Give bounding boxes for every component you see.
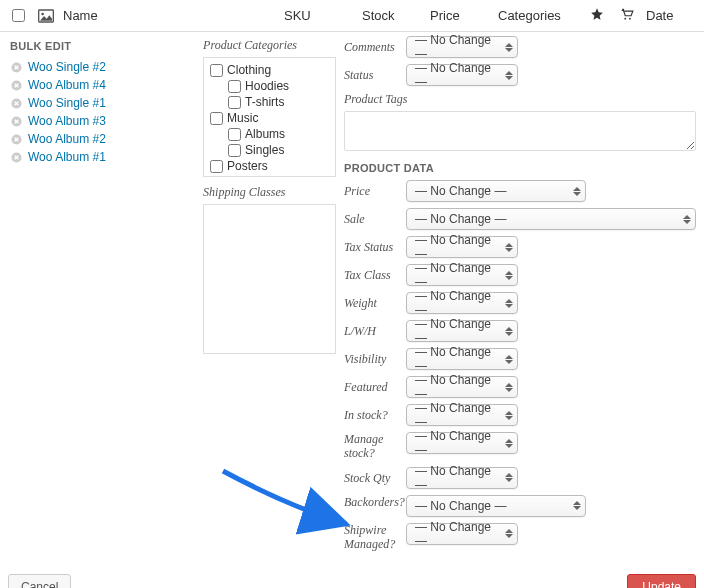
- field-label: In stock?: [344, 408, 398, 422]
- category-label: Posters: [227, 159, 268, 173]
- remove-icon[interactable]: [10, 133, 22, 145]
- field-select[interactable]: — No Change —: [406, 320, 518, 342]
- cancel-button[interactable]: Cancel: [8, 574, 71, 588]
- spinner-icon: [573, 187, 581, 196]
- field-select[interactable]: — No Change —: [406, 180, 586, 202]
- bulk-edit-list: Woo Single #2Woo Album #4Woo Single #1Wo…: [8, 58, 195, 166]
- product-categories-title: Product Categories: [203, 38, 336, 53]
- field-label: Sale: [344, 212, 398, 226]
- bulk-edit-title: BULK EDIT: [10, 40, 195, 52]
- category-checkbox[interactable]: [228, 144, 241, 157]
- col-categories[interactable]: Categories: [498, 8, 578, 23]
- shipping-classes-box[interactable]: [203, 204, 336, 354]
- category-checkbox[interactable]: [228, 128, 241, 141]
- category-item[interactable]: Albums: [210, 126, 329, 142]
- shipping-classes-title: Shipping Classes: [203, 185, 336, 200]
- field-label: Visibility: [344, 352, 398, 366]
- remove-icon[interactable]: [10, 97, 22, 109]
- category-checkbox[interactable]: [228, 96, 241, 109]
- field-label: Tax Status: [344, 240, 398, 254]
- svg-point-1: [41, 12, 44, 15]
- field-select[interactable]: — No Change —: [406, 376, 518, 398]
- category-checkbox[interactable]: [210, 112, 223, 125]
- category-item[interactable]: Music: [210, 110, 329, 126]
- field-select[interactable]: — No Change —: [406, 236, 518, 258]
- bulk-item-label[interactable]: Woo Single #2: [28, 60, 106, 74]
- category-item[interactable]: Clothing: [210, 62, 329, 78]
- category-label: Singles: [245, 143, 284, 157]
- product-tags-label: Product Tags: [344, 92, 696, 107]
- bulk-item-label[interactable]: Woo Album #1: [28, 150, 106, 164]
- bulk-item-label[interactable]: Woo Album #3: [28, 114, 106, 128]
- category-label: Albums: [245, 127, 285, 141]
- field-label: Weight: [344, 296, 398, 310]
- field-label: Shipwire Managed?: [344, 523, 398, 552]
- field-select[interactable]: — No Change —: [406, 404, 518, 426]
- bulk-item: Woo Single #1: [8, 94, 195, 112]
- field-label: Stock Qty: [344, 471, 398, 485]
- col-name[interactable]: Name: [63, 8, 276, 23]
- svg-point-3: [629, 18, 631, 20]
- remove-icon[interactable]: [10, 61, 22, 73]
- remove-icon[interactable]: [10, 79, 22, 91]
- field-label: Tax Class: [344, 268, 398, 282]
- spinner-icon: [505, 271, 513, 280]
- col-price[interactable]: Price: [430, 8, 490, 23]
- field-select[interactable]: — No Change —: [406, 264, 518, 286]
- field-select[interactable]: — No Change —: [406, 292, 518, 314]
- field-select[interactable]: — No Change —: [406, 432, 518, 454]
- remove-icon[interactable]: [10, 115, 22, 127]
- cart-icon[interactable]: [616, 7, 638, 24]
- bulk-item: Woo Single #2: [8, 58, 195, 76]
- category-label: Music: [227, 111, 258, 125]
- field-label: Price: [344, 184, 398, 198]
- category-label: T-shirts: [245, 95, 284, 109]
- field-label: Manage stock?: [344, 432, 398, 461]
- field-label: Backorders?: [344, 495, 398, 509]
- spinner-icon: [505, 439, 513, 448]
- spinner-icon: [505, 473, 513, 482]
- product-categories-box[interactable]: ClothingHoodiesT-shirtsMusicAlbumsSingle…: [203, 57, 336, 177]
- select-all-checkbox[interactable]: [12, 9, 25, 22]
- image-icon: [37, 9, 55, 23]
- field-select[interactable]: — No Change —: [406, 495, 586, 517]
- field-label: L/W/H: [344, 324, 398, 338]
- col-sku[interactable]: SKU: [284, 8, 354, 23]
- update-button[interactable]: Update: [627, 574, 696, 588]
- remove-icon[interactable]: [10, 151, 22, 163]
- product-tags-input[interactable]: [344, 111, 696, 151]
- spinner-icon: [505, 43, 513, 52]
- featured-icon[interactable]: [586, 7, 608, 24]
- col-stock[interactable]: Stock: [362, 8, 422, 23]
- field-select[interactable]: — No Change —: [406, 467, 518, 489]
- comments-select[interactable]: — No Change —: [406, 36, 518, 58]
- spinner-icon: [505, 243, 513, 252]
- category-item[interactable]: Hoodies: [210, 78, 329, 94]
- spinner-icon: [505, 71, 513, 80]
- comments-label: Comments: [344, 40, 398, 54]
- bulk-item-label[interactable]: Woo Album #4: [28, 78, 106, 92]
- status-select[interactable]: — No Change —: [406, 64, 518, 86]
- table-header: Name SKU Stock Price Categories Date: [0, 0, 704, 32]
- status-label: Status: [344, 68, 398, 82]
- field-select[interactable]: — No Change —: [406, 348, 518, 370]
- category-item[interactable]: T-shirts: [210, 94, 329, 110]
- bulk-item-label[interactable]: Woo Album #2: [28, 132, 106, 146]
- spinner-icon: [505, 355, 513, 364]
- field-select[interactable]: — No Change —: [406, 523, 518, 545]
- spinner-icon: [505, 529, 513, 538]
- col-date[interactable]: Date: [646, 8, 696, 23]
- spinner-icon: [573, 501, 581, 510]
- category-checkbox[interactable]: [210, 160, 223, 173]
- bulk-item-label[interactable]: Woo Single #1: [28, 96, 106, 110]
- spinner-icon: [505, 383, 513, 392]
- field-select[interactable]: — No Change —: [406, 208, 696, 230]
- category-item[interactable]: Posters: [210, 158, 329, 174]
- spinner-icon: [505, 411, 513, 420]
- bulk-item: Woo Album #3: [8, 112, 195, 130]
- category-checkbox[interactable]: [210, 64, 223, 77]
- category-checkbox[interactable]: [228, 80, 241, 93]
- category-label: Clothing: [227, 63, 271, 77]
- category-item[interactable]: Singles: [210, 142, 329, 158]
- product-data-title: PRODUCT DATA: [344, 162, 696, 174]
